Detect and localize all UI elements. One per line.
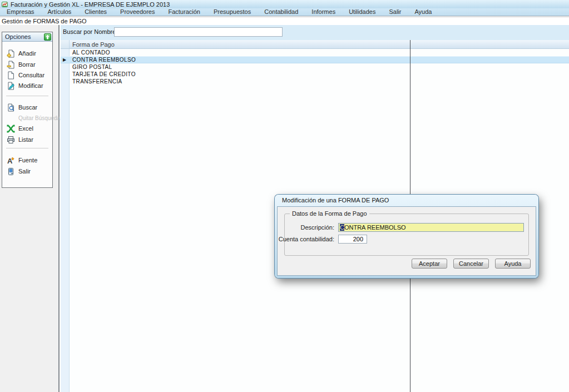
account-input[interactable] <box>338 235 367 244</box>
menu-empresas[interactable]: Empresas <box>0 8 41 16</box>
printer-icon <box>7 136 15 144</box>
menu-salir[interactable]: Salir <box>382 8 408 16</box>
options-panel-header: Opciones <box>2 32 52 42</box>
account-label: Cuenta contabilidad: <box>278 236 334 242</box>
selector-header-cell <box>61 40 70 48</box>
sidebar-item-anadir[interactable]: Añadir <box>2 48 52 58</box>
window-titlebar: Facturación y Gestión XL - EMPRESA DE EJ… <box>0 0 569 8</box>
menu-facturacion[interactable]: Facturación <box>161 8 206 16</box>
app-icon <box>2 1 8 7</box>
page-title: Gestión de FORMAS de PAGO <box>2 18 87 24</box>
description-input[interactable]: CONTRA REEMBOLSO <box>338 223 524 232</box>
up-arrow-icon <box>45 34 50 39</box>
grid-row[interactable]: TRANSFERENCIA <box>61 78 569 85</box>
options-title: Opciones <box>5 33 31 40</box>
menu-presupuestos[interactable]: Presupuestos <box>207 8 258 16</box>
window-title: Facturación y Gestión XL - EMPRESA DE EJ… <box>11 1 170 8</box>
menu-contabilidad[interactable]: Contabilidad <box>258 8 305 16</box>
edit-document-icon <box>7 82 15 90</box>
page-caption-bar: Gestión de FORMAS de PAGO <box>0 17 569 25</box>
options-panel: Opciones Añadir Borrar <box>2 32 53 188</box>
sidebar-item-label: Consultar <box>18 72 44 78</box>
sidebar-item-label: Excel <box>18 125 33 132</box>
menu-proveedores[interactable]: Proveedores <box>113 8 161 16</box>
view-document-icon <box>7 71 15 80</box>
sidebar-item-label: Quitar Búsqueda <box>18 115 60 121</box>
groupbox-legend: Datos de la Forma de Pago <box>290 210 369 217</box>
menu-utilidades[interactable]: Utilidades <box>342 8 382 16</box>
menu-bar: Empresas Artículos Clientes Proveedores … <box>0 8 569 16</box>
sidebar-item-label: Listar <box>18 136 33 143</box>
dialog-client-area: Datos de la Forma de Pago Descripción: C… <box>277 206 536 276</box>
add-document-icon <box>7 49 15 58</box>
sidebar-item-consultar[interactable]: Consultar <box>2 70 52 80</box>
dialog-titlebar[interactable]: Modificación de una FORMA DE PAGO <box>275 195 538 206</box>
search-document-icon <box>7 103 15 112</box>
excel-icon <box>7 125 15 133</box>
column-header-forma-de-pago[interactable]: Forma de Pago <box>72 41 115 48</box>
grid-row-selected[interactable]: ▶CONTRA REEMBOLSO <box>61 56 569 63</box>
grid-row-label: CONTRA REEMBOLSO <box>72 57 136 63</box>
selected-character: C <box>340 224 344 231</box>
cancel-button[interactable]: Cancelar <box>453 259 489 269</box>
sidebar-item-label: Salir <box>18 168 31 175</box>
sidebar-item-excel[interactable]: Excel <box>2 123 52 133</box>
sidebar-item-label: Modificar <box>18 82 43 89</box>
sidebar-item-listar[interactable]: Listar <box>2 135 52 145</box>
menu-articulos[interactable]: Artículos <box>41 8 78 16</box>
font-icon: A <box>7 156 15 165</box>
grid-row[interactable]: GIRO POSTAL <box>61 63 569 71</box>
search-input[interactable] <box>114 27 283 37</box>
sidebar-item-salir[interactable]: Salir <box>2 166 52 176</box>
help-button[interactable]: Ayuda <box>495 259 531 269</box>
sidebar-item-buscar[interactable]: Buscar <box>2 102 52 112</box>
modify-payment-dialog: Modificación de una FORMA DE PAGO Datos … <box>275 195 538 278</box>
app-window: Facturación y Gestión XL - EMPRESA DE EJ… <box>0 0 569 392</box>
sidebar-item-label: Borrar <box>18 61 36 68</box>
sidebar-item-label: Fuente <box>18 157 37 163</box>
grid-header: Forma de Pago <box>61 40 569 49</box>
payment-data-groupbox: Datos de la Forma de Pago <box>284 214 529 256</box>
description-label: Descripción: <box>278 224 334 231</box>
sidebar-item-label: Añadir <box>18 50 36 57</box>
search-label: Buscar por Nombre: <box>63 28 117 35</box>
description-value: ONTRA REEMBOLSO <box>344 224 406 231</box>
sidebar-item-fuente[interactable]: A Fuente <box>2 155 52 165</box>
sidebar-item-borrar[interactable]: Borrar <box>2 59 52 70</box>
grid-row[interactable]: TARJETA DE CREDITO <box>61 71 569 78</box>
menu-informes[interactable]: Informes <box>305 8 342 16</box>
sidebar-item-quitar-busqueda: Quitar Búsqueda <box>2 113 52 123</box>
sidebar-item-modificar[interactable]: Modificar <box>2 81 52 91</box>
collapse-panel-button[interactable] <box>44 33 51 41</box>
search-bar: Buscar por Nombre: <box>61 25 569 40</box>
sidebar-separator <box>6 96 48 96</box>
menu-ayuda[interactable]: Ayuda <box>408 8 438 16</box>
grid-row[interactable]: AL CONTADO <box>61 49 569 56</box>
menu-clientes[interactable]: Clientes <box>78 8 113 16</box>
row-pointer-icon: ▶ <box>63 56 67 63</box>
remove-document-icon <box>7 61 15 69</box>
exit-icon <box>7 167 15 176</box>
sidebar-separator <box>6 148 48 148</box>
sidebar-item-label: Buscar <box>18 104 37 111</box>
accept-button[interactable]: Aceptar <box>412 259 447 269</box>
